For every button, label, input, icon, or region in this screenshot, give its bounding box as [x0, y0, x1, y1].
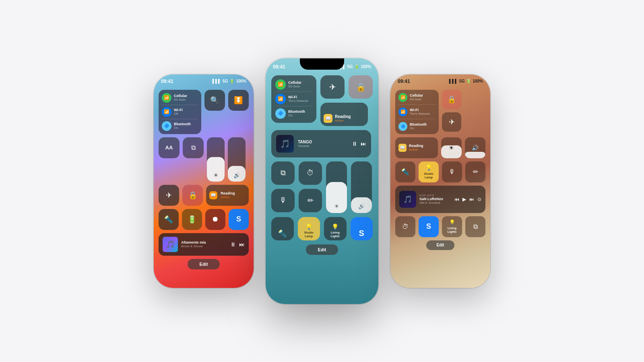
- right-reading-icon: 📖: [398, 144, 407, 152]
- center-right-column: ✈ 🔒 📖 Reading Active: [320, 75, 373, 126]
- phones-container: 09:41 ▌▌▌ 5G 🔋 100% 📶 Cellular 5G Auto: [0, 0, 644, 362]
- center-lock-button[interactable]: 🔒: [349, 75, 373, 99]
- right-music-info: POP HITS SaN LoReNzo Alfa ft. Annalisa: [419, 194, 451, 205]
- left-shazam-button[interactable]: S: [229, 209, 249, 230]
- right-edit-button[interactable]: Edit: [426, 240, 454, 250]
- left-edit-button[interactable]: Edit: [188, 259, 220, 269]
- left-window-icon: ⧉: [191, 144, 196, 151]
- center-bluetooth-icon: 🔷: [275, 108, 286, 119]
- right-reading-text: Reading Active: [409, 144, 423, 151]
- center-music-next[interactable]: ⏭: [361, 141, 366, 147]
- right-wifi-icon: 📶: [398, 108, 407, 116]
- left-aa-tile[interactable]: AA: [159, 137, 180, 158]
- right-timer-tile[interactable]: ⏱: [395, 216, 415, 237]
- left-cellular-icon: 📶: [162, 93, 171, 103]
- left-record-icon: ⏺: [212, 215, 219, 223]
- left-music-artist: Bresh & Shune: [181, 244, 227, 248]
- center-voice-tile[interactable]: 🎙: [271, 189, 295, 212]
- center-music-info: TANGO Tananai: [298, 140, 348, 148]
- left-voicemail-button[interactable]: ⏬: [228, 90, 249, 111]
- center-voice-icon: 🎙: [279, 196, 287, 205]
- center-music-play[interactable]: ⏸: [352, 141, 357, 147]
- right-studio-lamp-tile[interactable]: 💡 StudioLamp: [419, 161, 439, 182]
- center-airplane-button[interactable]: ✈: [320, 75, 345, 99]
- left-reading-label: Reading: [221, 191, 235, 195]
- right-airplane-button[interactable]: ✈: [442, 112, 461, 132]
- right-music-prev[interactable]: ⏮: [454, 197, 459, 202]
- left-flashlight-button[interactable]: 🔦: [159, 209, 179, 230]
- left-bluetooth-row: 🔷 Bluetooth On: [162, 121, 198, 131]
- left-row2: AA ⧉ ☀ 🔊: [159, 137, 249, 182]
- left-reading-tile[interactable]: 📖 Reading Active: [206, 185, 249, 206]
- left-music-tile[interactable]: 🎵 Altamente mia Bresh & Shune ⏸ ⏭: [159, 233, 249, 256]
- center-music-controls: ⏸ ⏭: [352, 141, 366, 147]
- center-network: 5G: [347, 64, 353, 69]
- center-living-lights-label: LivingLights: [331, 231, 340, 238]
- left-wifi-icon: 📶: [162, 107, 171, 117]
- right-volume-slider[interactable]: 🔊: [465, 137, 485, 158]
- center-window-tile[interactable]: ⧉: [271, 161, 295, 185]
- left-signal: ▌▌▌: [213, 79, 221, 83]
- right-time: 09:41: [398, 79, 410, 84]
- right-music-tile[interactable]: 🎵 POP HITS SaN LoReNzo Alfa ft. Annalisa…: [395, 186, 485, 213]
- right-living-lights-tile[interactable]: 💡 LivingLights: [442, 216, 462, 237]
- left-airplane-button[interactable]: ✈: [159, 185, 179, 206]
- right-studio-lamp-label: StudioLamp: [424, 172, 433, 179]
- right-pen-icon: ✏: [473, 168, 478, 176]
- left-phone: 09:41 ▌▌▌ 5G 🔋 100% 📶 Cellular 5G Auto: [154, 74, 254, 288]
- center-brightness-slider[interactable]: ☀: [326, 161, 347, 213]
- center-studio-lamp-tile[interactable]: 💡 StudioLamp: [298, 217, 320, 240]
- center-shazam-tile[interactable]: S: [351, 217, 373, 240]
- left-record-button[interactable]: ⏺: [205, 209, 225, 230]
- right-brightness-slider[interactable]: ☀: [441, 137, 462, 158]
- right-voice-tile[interactable]: 🎙: [442, 161, 462, 182]
- left-search-button[interactable]: 🔍: [204, 90, 225, 111]
- left-lock-rotation-button[interactable]: 🔒: [182, 185, 203, 206]
- left-shazam-icon: S: [236, 215, 241, 223]
- right-music-airplay[interactable]: ⊙: [477, 197, 481, 202]
- left-music-title: Altamente mia: [181, 240, 227, 244]
- center-living-lights-tile[interactable]: 💡 LivingLights: [324, 217, 347, 240]
- right-shazam-tile[interactable]: S: [419, 216, 439, 237]
- center-battery-icon: 🔋: [354, 64, 359, 69]
- center-shazam-icon: S: [359, 229, 364, 238]
- right-pen-tile[interactable]: ✏: [465, 161, 485, 182]
- center-timer-tile[interactable]: ⏱: [299, 161, 322, 185]
- center-reading-tile[interactable]: 📖 Reading Active: [320, 103, 368, 126]
- left-network-tile[interactable]: 📶 Cellular 5G Auto 📶 Wi-Fi Off: [159, 90, 201, 134]
- right-flashlight-tile[interactable]: 🔦: [395, 161, 415, 182]
- right-lock-button[interactable]: 🔒: [442, 90, 461, 109]
- right-network-tile[interactable]: 📶 Cellular 5G Auto 📶 Wi-Fi Tim's Network: [395, 90, 439, 134]
- center-pen-tile[interactable]: ✏: [299, 189, 322, 212]
- left-volume-slider[interactable]: 🔊: [228, 137, 246, 182]
- right-top-right: 🔒 ✈: [442, 90, 461, 134]
- right-bluetooth-row: 🔷 Bluetooth On: [398, 122, 436, 131]
- left-bluetooth-icon: 🔷: [162, 121, 171, 131]
- left-music-next[interactable]: ⏭: [239, 241, 245, 248]
- center-edit-button[interactable]: Edit: [306, 244, 338, 255]
- right-cellular-sub: 5G Auto: [410, 97, 436, 101]
- right-music-next[interactable]: ⏭: [469, 197, 474, 202]
- center-wifi-row: 📶 Wi-Fi Tim's Network: [275, 94, 312, 104]
- right-music-play[interactable]: ▶: [462, 197, 466, 202]
- left-window-tile[interactable]: ⧉: [183, 137, 204, 158]
- left-cellular-sub: 5G Auto: [174, 98, 198, 101]
- center-music-tile[interactable]: 🎵 TANGO Tananai ⏸ ⏭: [271, 130, 371, 157]
- center-sub-row2: 🎙 ✏: [271, 189, 322, 212]
- left-status-bar: 09:41 ▌▌▌ 5G 🔋 100%: [154, 74, 254, 87]
- center-left-group: ⧉ ⏱ 🎙 ✏: [271, 161, 322, 213]
- center-volume-slider[interactable]: 🔊: [351, 161, 372, 213]
- left-battery-button[interactable]: 🔋: [182, 209, 202, 230]
- left-music-play[interactable]: ⏸: [230, 241, 236, 248]
- right-window-tile[interactable]: ⧉: [465, 216, 485, 237]
- left-reading-sub: Active: [221, 195, 235, 199]
- left-network: 5G: [223, 79, 228, 83]
- left-brightness-icon: ☀: [213, 172, 219, 178]
- center-flashlight-tile[interactable]: 🔦: [271, 217, 294, 240]
- right-reading-tile[interactable]: 📖 Reading Active: [395, 137, 438, 158]
- left-brightness-slider[interactable]: ☀: [207, 137, 225, 182]
- center-wifi-sub: Tim's Network: [288, 99, 312, 103]
- center-reading-text: Reading Active: [335, 114, 351, 122]
- center-network-tile[interactable]: 📶 Cellular 5G Auto 📶 Wi-Fi Tim's Network: [271, 75, 316, 123]
- center-row4: 🔦 💡 StudioLamp 💡 LivingLights S: [271, 217, 373, 240]
